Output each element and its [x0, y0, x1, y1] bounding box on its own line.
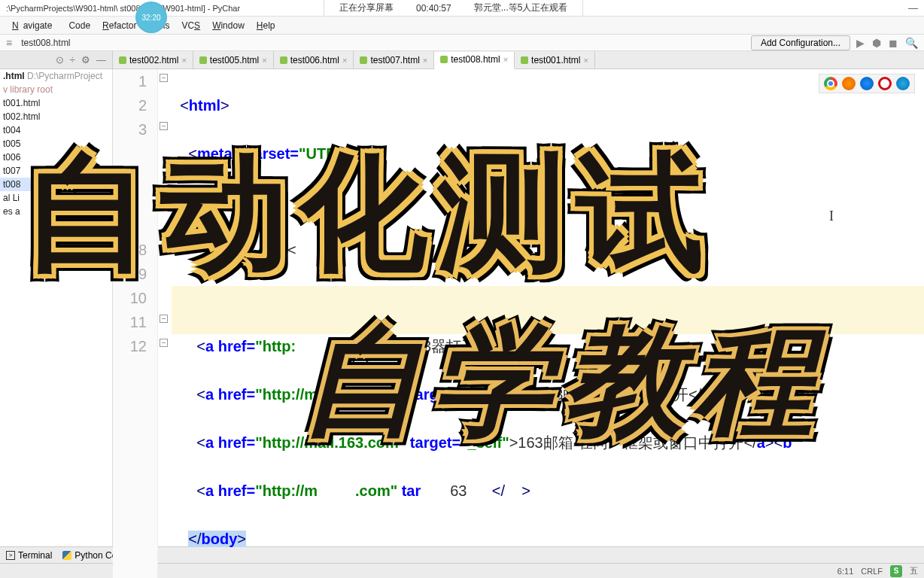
menu-vcs[interactable]: VCS [177, 19, 205, 32]
project-toolbar: ⊙ ÷ ⚙ — [0, 51, 113, 68]
html-file-icon [199, 56, 207, 64]
close-icon[interactable]: × [423, 56, 427, 65]
search-icon[interactable]: 🔍 [904, 37, 919, 49]
fold-column[interactable]: – – – – – [158, 69, 172, 578]
project-tree[interactable]: .html D:\PycharmProject v library root t… [0, 69, 113, 546]
tab-test002[interactable]: test002.html× [113, 51, 193, 68]
tree-file[interactable]: t001.html [0, 96, 112, 110]
share-status: 正在分享屏幕 [339, 2, 394, 14]
run-icon[interactable]: ▶ [855, 37, 866, 49]
crumb-file[interactable]: test008.html [17, 36, 74, 50]
html-file-icon [521, 56, 528, 64]
tree-file[interactable]: t002.html [0, 110, 112, 123]
tab-test005[interactable]: test005.html× [193, 51, 274, 68]
tree-external-libs[interactable]: al Li [0, 191, 112, 205]
tree-file[interactable]: t006 [0, 151, 112, 164]
close-icon[interactable]: × [181, 56, 186, 65]
html-file-icon [440, 56, 448, 63]
menu-code[interactable]: Code [64, 19, 95, 32]
stop-icon[interactable]: ◼ [887, 37, 899, 49]
html-file-icon [280, 56, 287, 64]
meeting-clock-icon: 32:20 [135, 2, 167, 33]
html-file-icon [119, 56, 126, 64]
tree-file-selected[interactable]: t008 [0, 178, 112, 191]
fold-icon[interactable]: – [160, 339, 168, 347]
tab-test007[interactable]: test007.html× [354, 51, 434, 68]
menu-navigate[interactable]: Navigate [8, 19, 61, 32]
navigation-bar: ≡ test008.html Add Configuration... ▶ ⬢ … [0, 35, 924, 51]
firefox-icon[interactable] [842, 77, 856, 90]
tree-file[interactable]: t005 [0, 137, 112, 151]
fold-icon[interactable]: – [160, 122, 168, 130]
tree-library-root[interactable]: v library root [0, 83, 112, 96]
minimize-icon[interactable]: — [908, 2, 918, 14]
gear-icon[interactable]: ⚙ [81, 54, 90, 65]
window-title: :\PycharmProjects\W901-html\ st008.html … [6, 4, 240, 13]
close-icon[interactable]: × [503, 55, 508, 64]
tree-file[interactable]: t007 [0, 164, 112, 178]
fold-icon[interactable]: – [160, 194, 168, 202]
menu-window[interactable]: Window [208, 19, 249, 32]
code-content[interactable]: <html> <meta charset="UTF-8"> < >文 < > <… [172, 69, 924, 578]
share-duration: 00:40:57 [416, 3, 451, 14]
fold-icon[interactable]: – [160, 315, 168, 323]
close-icon[interactable]: × [342, 56, 347, 65]
collapse-icon[interactable]: ⊙ [56, 54, 64, 65]
close-icon[interactable]: × [262, 56, 266, 65]
text-cursor-icon: I [829, 208, 834, 224]
tree-scratches[interactable]: es a [0, 205, 112, 218]
divider-icon: ÷ [70, 54, 75, 65]
debug-icon[interactable]: ⬢ [871, 37, 883, 49]
screen-share-bar: 正在分享屏幕 00:40:57 郭元堂...等5人正在观看 [324, 0, 583, 17]
ie-icon[interactable] [896, 77, 910, 90]
crumb-home-icon[interactable]: ≡ [5, 37, 14, 49]
tab-test008[interactable]: test008.html× [434, 52, 515, 69]
browser-preview-icons [819, 74, 915, 93]
close-icon[interactable]: × [583, 56, 588, 65]
hide-icon[interactable]: — [96, 54, 106, 65]
workspace: .html D:\PycharmProject v library root t… [0, 69, 924, 546]
tab-test006[interactable]: test006.html× [274, 51, 354, 68]
code-editor[interactable]: I 123 8910 1112 – – – – – <html> <meta c… [113, 69, 924, 546]
menu-help[interactable]: Help [252, 19, 280, 32]
editor-tabs: ⊙ ÷ ⚙ — test002.html× test005.html× test… [0, 51, 924, 69]
fold-icon[interactable]: – [160, 74, 168, 82]
tree-file[interactable]: t004 [0, 123, 112, 137]
terminal-tool-button[interactable]: >Terminal [6, 550, 52, 561]
terminal-icon: > [6, 551, 15, 560]
chrome-icon[interactable] [824, 77, 837, 90]
window-controls: — [908, 2, 918, 14]
tab-test001[interactable]: test001.html× [515, 51, 595, 68]
line-gutter: 123 8910 1112 [113, 69, 158, 578]
tree-root[interactable]: .html D:\PycharmProject [0, 69, 112, 83]
html-file-icon [360, 56, 367, 64]
safari-icon[interactable] [860, 77, 874, 90]
share-watchers: 郭元堂...等5人正在观看 [474, 2, 568, 14]
python-icon [62, 551, 71, 560]
menu-refactor[interactable]: Refactor [98, 19, 141, 32]
opera-icon[interactable] [878, 77, 892, 90]
add-configuration-button[interactable]: Add Configuration... [751, 35, 850, 50]
